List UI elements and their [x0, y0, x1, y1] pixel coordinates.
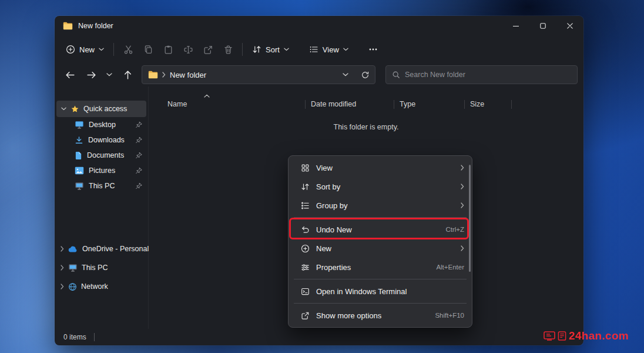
sidebar-item-network[interactable]: Network	[55, 277, 148, 296]
menu-item-undo-new[interactable]: Undo New Ctrl+Z	[289, 220, 472, 239]
up-button[interactable]	[118, 65, 137, 84]
pin-icon	[135, 121, 143, 129]
folder-icon	[148, 71, 158, 79]
sidebar-item-downloads[interactable]: Downloads	[55, 132, 148, 148]
toolbar-separator	[113, 43, 114, 56]
arrow-up-icon	[123, 70, 133, 80]
sort-button-label: Sort	[266, 45, 280, 54]
breadcrumb[interactable]: New folder	[170, 71, 206, 79]
pin-icon	[135, 136, 143, 144]
address-dropdown-button[interactable]	[338, 67, 353, 82]
search-input[interactable]	[405, 71, 571, 79]
column-header-type[interactable]: Type	[400, 100, 415, 108]
forward-button[interactable]	[82, 65, 100, 84]
delete-button[interactable]	[218, 39, 238, 59]
sidebar-item-pictures[interactable]: Pictures	[55, 163, 148, 178]
view-button-label: View	[323, 45, 339, 54]
sidebar-item-onedrive[interactable]: OneDrive - Personal	[55, 239, 148, 258]
sidebar-item-this-pc[interactable]: This PC	[55, 258, 148, 277]
pc-icon	[68, 263, 78, 272]
cut-button[interactable]	[118, 39, 138, 59]
menu-item-label: Undo New	[316, 225, 439, 234]
menu-item-open-in-windows-terminal[interactable]: Open in Windows Terminal	[289, 282, 472, 301]
window-title: New folder	[78, 22, 113, 30]
menu-item-properties[interactable]: Properties Alt+Enter	[289, 258, 472, 277]
see-more-button[interactable]	[363, 39, 383, 59]
pictures-icon	[75, 166, 84, 175]
maximize-icon	[540, 23, 546, 29]
item-count: 0 items	[63, 333, 86, 341]
group-list-icon	[300, 201, 310, 210]
chevron-right-icon[interactable]	[61, 265, 64, 271]
column-divider[interactable]	[464, 100, 465, 109]
column-header-name[interactable]: Name	[167, 100, 187, 108]
desktop-icon	[75, 120, 84, 129]
sidebar-item-this-pc-pinned[interactable]: This PC	[55, 178, 148, 194]
search-box[interactable]	[385, 65, 578, 84]
grid-icon	[300, 164, 310, 172]
menu-item-label: New	[316, 244, 454, 253]
sidebar-item-quick-access[interactable]: Quick access	[56, 101, 146, 117]
pc-icon	[75, 181, 84, 191]
refresh-button[interactable]	[357, 67, 373, 82]
share-button[interactable]	[198, 39, 218, 59]
pin-icon	[135, 167, 143, 175]
sort-button[interactable]: Sort	[247, 41, 294, 58]
view-button[interactable]: View	[304, 41, 354, 58]
menu-item-view[interactable]: View	[289, 158, 472, 177]
sidebar-item-label: Network	[81, 282, 108, 291]
plus-circle-icon	[66, 45, 75, 54]
titlebar: New folder	[55, 16, 583, 36]
status-bar: 0 items	[55, 329, 583, 345]
column-header-size[interactable]: Size	[470, 100, 484, 108]
sort-ascending-indicator	[204, 94, 210, 98]
toolbar-separator	[242, 43, 243, 56]
status-divider	[94, 333, 95, 341]
rename-button[interactable]	[178, 39, 198, 59]
rename-icon	[183, 45, 193, 55]
menu-item-label: View	[316, 164, 454, 172]
address-bar[interactable]: New folder	[142, 65, 375, 84]
menu-item-label: Show more options	[316, 311, 428, 320]
menu-item-show-more-options[interactable]: Show more options Shift+F10	[289, 306, 472, 325]
new-button-label: New	[79, 45, 95, 54]
chevron-down-icon	[61, 107, 66, 111]
sidebar-item-desktop[interactable]: Desktop	[55, 117, 148, 132]
sidebar-item-label: Documents	[87, 151, 124, 159]
downloads-icon	[75, 136, 83, 145]
copy-button[interactable]	[138, 39, 158, 59]
maximize-button[interactable]	[529, 16, 556, 36]
new-button[interactable]: New	[61, 41, 109, 58]
column-divider[interactable]	[394, 100, 394, 109]
close-button[interactable]	[556, 16, 583, 36]
menu-item-group-by[interactable]: Group by	[289, 196, 472, 215]
column-divider[interactable]	[305, 100, 306, 109]
chevron-right-icon	[461, 184, 464, 189]
minimize-button[interactable]	[502, 16, 529, 36]
refresh-icon	[361, 71, 370, 79]
column-divider[interactable]	[511, 100, 512, 109]
menu-item-new[interactable]: New	[289, 239, 472, 258]
column-header-date-modified[interactable]: Date modified	[311, 100, 356, 108]
sidebar-item-documents[interactable]: Documents	[55, 148, 148, 163]
menu-separator	[294, 303, 467, 304]
context-menu-scrollbar[interactable]	[469, 165, 471, 272]
menu-item-sort-by[interactable]: Sort by	[289, 177, 472, 196]
sidebar-item-label: This PC	[89, 182, 115, 190]
chevron-right-icon[interactable]	[61, 284, 64, 289]
column-headers: Name Date modified Type Size	[153, 97, 580, 112]
recent-locations-button[interactable]	[103, 65, 116, 84]
back-button[interactable]	[61, 65, 79, 84]
star-icon	[71, 105, 79, 114]
menu-separator	[294, 217, 467, 218]
documents-icon	[75, 151, 82, 160]
sidebar-item-label: This PC	[82, 264, 108, 272]
chevron-right-icon	[461, 202, 464, 208]
terminal-icon	[300, 287, 310, 296]
chevron-right-icon[interactable]	[61, 246, 64, 252]
close-icon	[567, 23, 573, 29]
paste-button[interactable]	[158, 39, 178, 59]
open-external-icon	[300, 311, 310, 320]
arrow-right-icon	[86, 70, 96, 80]
share-icon	[203, 45, 213, 55]
